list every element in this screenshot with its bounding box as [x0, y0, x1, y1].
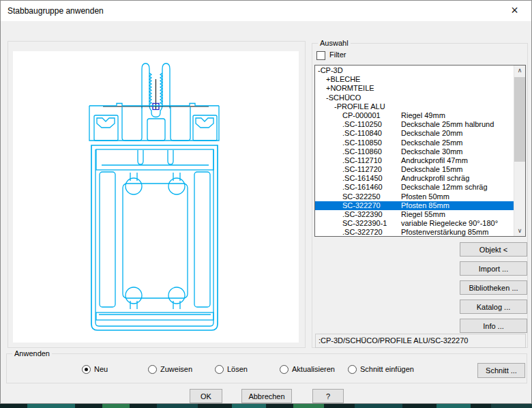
item-code: .SC-322720: [342, 228, 383, 236]
radio-label: Aktualisieren: [292, 365, 335, 373]
help-button[interactable]: ?: [312, 389, 344, 403]
preview-canvas: [13, 51, 299, 343]
list-item[interactable]: .SC-161460Deckschale 12mm schräg: [315, 183, 514, 192]
list-item[interactable]: .SC-110250Deckschale 25mm halbrund: [315, 120, 514, 129]
auswahl-group: Auswahl Filter -CP-3D +BLECHE +NORMTEILE…: [312, 43, 528, 348]
item-code: .SC-110840: [342, 129, 382, 139]
profile-head: [89, 104, 219, 141]
list-item[interactable]: -PROFILE ALU: [315, 102, 514, 111]
item-desc: Deckschale 12mm schräg: [401, 183, 488, 192]
profile-list-rows: -CP-3D +BLECHE +NORMTEILE -SCHÜCO -PROFI…: [315, 66, 514, 236]
item-desc: Andruckprofil schräg: [401, 174, 469, 184]
radio-label: Zuweisen: [160, 365, 192, 373]
radio-schnitt-einfuegen[interactable]: Schnitt einfügen: [348, 364, 414, 374]
list-item[interactable]: .SC-112720Deckschale 15mm: [315, 165, 514, 174]
radio-icon: [148, 365, 157, 374]
item-desc: Deckschale 25mm halbrund: [401, 120, 494, 130]
close-icon[interactable]: ×: [499, 1, 530, 20]
item-code: .SC-112720: [342, 165, 382, 175]
list-scrollbar[interactable]: ∧ ∨: [514, 65, 525, 236]
item-desc: Riegel 49mm: [401, 111, 445, 121]
dialog-stabbaugruppe: Stabbaugruppe anwenden ×: [0, 0, 532, 404]
item-desc: Pfosten 85mm: [401, 201, 449, 211]
import-button[interactable]: Import ...: [460, 261, 527, 276]
radio-icon: [215, 365, 224, 374]
radio-neu[interactable]: Neu: [82, 364, 108, 374]
item-desc: Deckschale 25mm: [401, 139, 462, 148]
radio-icon: [348, 365, 357, 374]
list-item[interactable]: SC-322250Pfosten 50mm: [315, 192, 514, 201]
item-code: .SC-110250: [342, 120, 382, 130]
item-code: SC-322270: [342, 201, 381, 211]
cancel-button[interactable]: Abbrechen: [241, 389, 292, 403]
item-code: .SC-112710: [342, 156, 382, 166]
radio-aktualisieren[interactable]: Aktualisieren: [280, 364, 335, 374]
list-item-selected[interactable]: SC-322270Pfosten 85mm: [315, 201, 514, 210]
item-code: CP-000001: [342, 111, 381, 121]
anwenden-group: Anwenden Neu Zuweisen Lösen Aktualisiere…: [6, 353, 527, 383]
radio-icon: [82, 365, 91, 374]
item-code: +NORMTEILE: [326, 84, 374, 93]
list-item[interactable]: .SC-161450Andruckprofil schräg: [315, 174, 514, 183]
list-item[interactable]: +NORMTEILE: [315, 84, 514, 93]
filter-label: Filter: [329, 50, 346, 59]
scrollbar-thumb[interactable]: [514, 77, 525, 162]
list-item[interactable]: .SC-112710Andruckprofil 47mm: [315, 156, 514, 165]
list-item[interactable]: .SC-322720Pfostenverstärkung 85mm: [315, 228, 514, 236]
list-item[interactable]: -SCHÜCO: [315, 93, 514, 102]
list-item[interactable]: .SC-110850Deckschale 25mm: [315, 139, 514, 147]
item-desc: Riegel 55mm: [401, 210, 445, 220]
radio-zuweisen[interactable]: Zuweisen: [148, 364, 192, 374]
objekt-button[interactable]: Objekt <: [460, 242, 527, 257]
item-code: .SC-161460: [342, 183, 383, 192]
item-code: .SC-110850: [342, 139, 382, 148]
item-code: SC-322390-1: [342, 219, 387, 229]
katalog-button[interactable]: Katalog ...: [460, 300, 527, 314]
item-code: -CP-3D: [318, 66, 343, 76]
list-item[interactable]: +BLECHE: [315, 75, 514, 84]
item-code: SC-322250: [342, 192, 381, 202]
item-desc: Pfosten 50mm: [401, 192, 449, 202]
scroll-down-icon[interactable]: ∨: [514, 226, 525, 236]
item-desc: Deckschale 20mm: [401, 129, 462, 139]
window-title: Stabbaugruppe anwenden: [8, 1, 104, 21]
scroll-up-icon[interactable]: ∧: [514, 65, 525, 76]
anwenden-group-label: Anwenden: [12, 349, 52, 358]
item-code: .SC-322390: [342, 210, 383, 220]
item-desc: Deckschale 30mm: [401, 147, 462, 157]
item-code: .SC-161450: [342, 174, 383, 184]
background-app-strip: [0, 404, 532, 408]
item-desc: Andruckprofil 47mm: [401, 156, 468, 166]
profile-listbox[interactable]: -CP-3D +BLECHE +NORMTEILE -SCHÜCO -PROFI…: [314, 65, 526, 237]
radio-label: Schnitt einfügen: [360, 365, 414, 373]
list-item[interactable]: -CP-3D: [315, 66, 514, 75]
list-item[interactable]: SC-322390-1variable Riegelecke 90°-180°: [315, 219, 514, 228]
list-item[interactable]: .SC-110860Deckschale 30mm: [315, 147, 514, 156]
profile-drawing: [13, 51, 299, 343]
radio-loesen[interactable]: Lösen: [215, 364, 248, 374]
titlebar: Stabbaugruppe anwenden ×: [1, 1, 531, 21]
item-code: -PROFILE ALU: [334, 102, 385, 112]
item-desc: Deckschale 15mm: [401, 165, 462, 175]
preview-frame: [8, 41, 306, 348]
radio-icon: [280, 365, 289, 374]
list-item[interactable]: .SC-110840Deckschale 20mm: [315, 129, 514, 138]
profile-body: [91, 145, 218, 330]
item-code: .SC-110860: [342, 147, 382, 157]
bibliotheken-button[interactable]: Bibliotheken ...: [460, 280, 527, 295]
list-item[interactable]: .SC-322390Riegel 55mm: [315, 210, 514, 219]
ok-button[interactable]: OK: [190, 389, 222, 403]
filter-checkbox[interactable]: [316, 51, 325, 60]
item-code: -SCHÜCO: [326, 93, 361, 103]
selected-path-status: :CP-3D/SCHÜCO/PROFILE ALU/SC-322270: [315, 334, 526, 348]
item-desc: variable Riegelecke 90°-180°: [401, 219, 498, 229]
item-code: +BLECHE: [326, 75, 360, 85]
radio-label: Lösen: [227, 365, 248, 373]
radio-label: Neu: [94, 365, 108, 373]
crosshair: [103, 79, 209, 110]
info-button[interactable]: Info ...: [460, 319, 527, 333]
auswahl-group-label: Auswahl: [318, 39, 351, 47]
list-item[interactable]: CP-000001Riegel 49mm: [315, 111, 514, 120]
item-desc: Pfostenverstärkung 85mm: [401, 228, 488, 236]
schnitt-button[interactable]: Schnitt ...: [477, 363, 525, 378]
